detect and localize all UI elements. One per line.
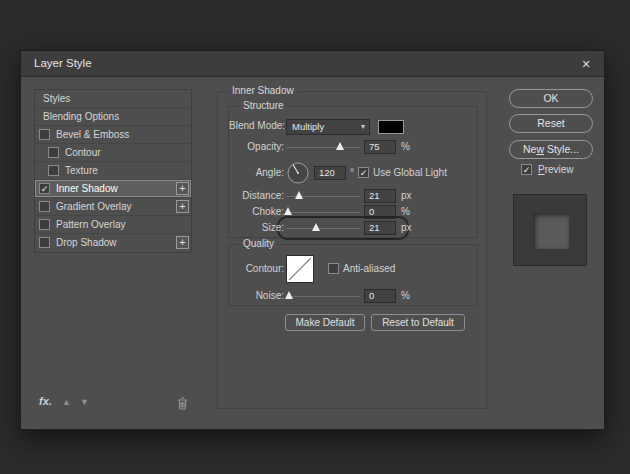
window-titlebar[interactable]: Layer Style ✕ — [21, 51, 604, 77]
add-effect-button[interactable]: + — [176, 200, 189, 213]
move-down-icon[interactable]: ▼ — [80, 397, 89, 407]
use-global-light-label: Use Global Light — [373, 167, 447, 178]
sidebar-footer: fx. ▲ ▼ — [34, 395, 192, 411]
angle-dial[interactable] — [287, 162, 309, 188]
sidebar-item-label: Pattern Overlay — [56, 216, 125, 234]
sidebar-item-label: Inner Shadow — [56, 180, 118, 198]
new-style-button[interactable]: New Style... — [509, 140, 593, 159]
blend-mode-row: Blend Mode: Multiply ▾ — [229, 119, 477, 135]
distance-input[interactable]: 21 — [364, 189, 396, 203]
style-preview-thumbnail — [513, 194, 587, 266]
angle-label: Angle: — [229, 167, 284, 178]
desktop-background: Layer Style ✕ Styles Blending Options Be… — [0, 0, 630, 474]
slider-track — [286, 212, 360, 213]
window-title: Layer Style — [34, 57, 92, 69]
shadow-color-swatch[interactable] — [378, 120, 404, 134]
size-input[interactable]: 21 — [364, 221, 396, 235]
noise-input[interactable]: 0 — [364, 289, 396, 303]
size-slider[interactable] — [286, 222, 360, 234]
slider-thumb[interactable] — [285, 291, 293, 299]
panel-title: Inner Shadow — [228, 85, 298, 96]
choke-unit: % — [401, 206, 410, 217]
checkbox[interactable] — [48, 147, 59, 158]
size-label: Size: — [229, 222, 284, 233]
fx-icon[interactable]: fx. — [39, 395, 52, 407]
inner-shadow-panel: Inner Shadow Structure Blend Mode: Multi… — [217, 91, 487, 409]
anti-aliased-checkbox[interactable] — [328, 263, 339, 274]
distance-slider[interactable] — [286, 190, 360, 202]
contour-label: Contour: — [229, 263, 284, 274]
layer-style-dialog: Layer Style ✕ Styles Blending Options Be… — [20, 50, 605, 430]
sidebar-item-contour[interactable]: Contour — [35, 144, 191, 162]
sidebar-item-label: Blending Options — [43, 108, 119, 126]
ok-button[interactable]: OK — [509, 89, 593, 108]
checkbox[interactable] — [39, 237, 50, 248]
slider-thumb[interactable] — [312, 223, 320, 231]
chevron-down-icon: ▾ — [361, 120, 365, 134]
blend-mode-value: Multiply — [292, 121, 324, 132]
distance-row: Distance: 21 px — [229, 189, 477, 205]
contour-row: Contour: Anti-aliased — [229, 255, 477, 285]
sidebar-item-label: Gradient Overlay — [56, 198, 132, 216]
sidebar-item-styles[interactable]: Styles — [35, 90, 191, 108]
make-default-button[interactable]: Make Default — [285, 314, 365, 331]
contour-picker[interactable] — [286, 255, 314, 283]
noise-row: Noise: 0 % — [229, 289, 477, 305]
opacity-slider[interactable] — [286, 141, 360, 153]
sidebar-item-pattern-overlay[interactable]: Pattern Overlay — [35, 216, 191, 234]
use-global-light-checkbox[interactable]: ✓ — [358, 167, 369, 178]
sidebar-item-gradient-overlay[interactable]: Gradient Overlay + — [35, 198, 191, 216]
preview-label: Preview — [538, 164, 574, 175]
slider-thumb[interactable] — [336, 142, 344, 150]
new-style-label: Ne — [523, 143, 536, 155]
angle-row: Angle: 120 ° ✓ Use Global Light — [229, 162, 477, 186]
close-icon[interactable]: ✕ — [578, 56, 594, 72]
blend-mode-label: Blend Mode: — [229, 120, 284, 131]
new-style-mnemonic: w — [536, 143, 544, 155]
preview-checkbox[interactable]: ✓ — [521, 164, 532, 175]
slider-thumb[interactable] — [284, 207, 292, 215]
add-effect-button[interactable]: + — [176, 236, 189, 249]
effects-list: Styles Blending Options Bevel & Emboss C… — [34, 89, 192, 253]
slider-track — [286, 147, 360, 148]
sidebar-item-label: Bevel & Emboss — [56, 126, 129, 144]
add-effect-button[interactable]: + — [176, 182, 189, 195]
sidebar-item-label: Contour — [65, 144, 101, 162]
noise-slider[interactable] — [286, 290, 360, 302]
checkbox[interactable] — [48, 165, 59, 176]
slider-thumb[interactable] — [295, 191, 303, 199]
opacity-label: Opacity: — [229, 141, 284, 152]
size-unit: px — [401, 222, 412, 233]
sidebar-item-texture[interactable]: Texture — [35, 162, 191, 180]
reset-button[interactable]: Reset — [509, 114, 593, 133]
quality-group: Quality Contour: Anti-aliased Noise: — [228, 244, 478, 306]
reset-to-default-button[interactable]: Reset to Default — [371, 314, 465, 331]
angle-unit: ° — [350, 167, 354, 178]
opacity-input[interactable]: 75 — [364, 140, 396, 154]
anti-aliased-label: Anti-aliased — [343, 263, 395, 274]
checkbox[interactable] — [39, 219, 50, 230]
move-up-icon[interactable]: ▲ — [62, 397, 71, 407]
sidebar-item-blending-options[interactable]: Blending Options — [35, 108, 191, 126]
checkbox[interactable]: ✓ — [39, 183, 50, 194]
style-preview-swatch — [533, 213, 569, 249]
checkbox[interactable] — [39, 201, 50, 212]
distance-unit: px — [401, 190, 412, 201]
sidebar-item-label: Styles — [43, 90, 70, 108]
noise-unit: % — [401, 290, 410, 301]
distance-label: Distance: — [229, 190, 284, 201]
sidebar-item-inner-shadow[interactable]: ✓ Inner Shadow + — [35, 180, 191, 198]
blend-mode-dropdown[interactable]: Multiply ▾ — [286, 119, 370, 135]
sidebar-item-bevel-emboss[interactable]: Bevel & Emboss — [35, 126, 191, 144]
angle-input[interactable]: 120 — [314, 166, 346, 180]
slider-track — [286, 296, 360, 297]
structure-group: Structure Blend Mode: Multiply ▾ Opacity… — [228, 106, 478, 238]
structure-group-title: Structure — [239, 100, 288, 111]
choke-label: Choke: — [229, 206, 284, 217]
sidebar-item-label: Texture — [65, 162, 98, 180]
delete-effect-icon[interactable] — [177, 396, 188, 414]
noise-label: Noise: — [229, 290, 284, 301]
checkbox[interactable] — [39, 129, 50, 140]
sidebar-item-drop-shadow[interactable]: Drop Shadow + — [35, 234, 191, 252]
slider-track — [286, 228, 360, 229]
